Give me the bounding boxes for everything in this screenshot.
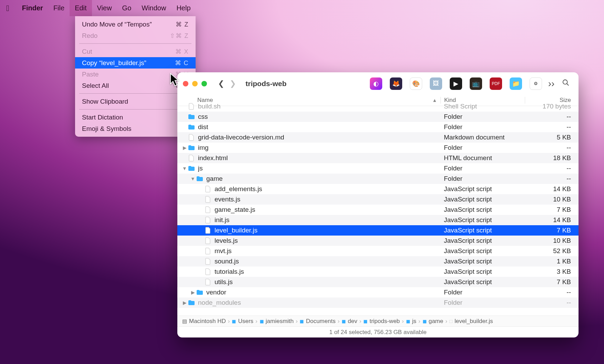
menu-edit[interactable]: Edit [70, 0, 92, 16]
folder-icon [188, 123, 195, 131]
file-kind: JavaScript script [440, 247, 525, 255]
folder-row[interactable]: ▶imgFolder-- [177, 143, 579, 153]
path-crumb[interactable]: ◼dev [342, 318, 357, 325]
path-separator-icon: › [296, 318, 298, 325]
file-size: -- [525, 144, 573, 152]
toolbar-app-app-8[interactable]: 📁 [510, 77, 522, 90]
path-crumb[interactable]: ◼game [423, 318, 444, 325]
toolbar-app-app-4[interactable]: 🖼 [430, 77, 442, 90]
file-kind: JavaScript script [440, 237, 525, 245]
folder-icon: ◼ [300, 318, 304, 324]
file-name: tutorials.js [215, 268, 440, 275]
file-row[interactable]: events.jsJavaScript script10 KB [177, 194, 579, 205]
folder-row[interactable]: ▶node_modulesFolder-- [177, 298, 579, 308]
path-crumb-label: dev [348, 318, 357, 325]
file-row[interactable]: init.jsJavaScript script14 KB [177, 215, 579, 225]
zoom-button[interactable] [201, 81, 207, 86]
toolbar-app-app-3[interactable]: 🎨 [410, 77, 422, 90]
file-row[interactable]: grid-data-livecode-version.mdMarkdown do… [177, 132, 579, 143]
menu-window[interactable]: Window [136, 0, 171, 16]
app-menu[interactable]: Finder [17, 0, 48, 16]
path-crumb[interactable]: ▤Macintosh HD [182, 318, 226, 325]
file-name: vendor [206, 289, 440, 296]
disclosure-icon[interactable]: ▼ [181, 166, 188, 171]
back-button[interactable]: ❮ [215, 78, 227, 90]
menu-view[interactable]: View [92, 0, 117, 16]
apple-menu-icon[interactable]:  [6, 3, 9, 13]
menu-file[interactable]: File [48, 0, 70, 16]
file-size: -- [525, 299, 573, 306]
menu-item-label: Cut [82, 48, 92, 55]
file-kind: JavaScript script [440, 258, 525, 265]
file-icon [204, 247, 212, 255]
file-row[interactable]: build.shShell Script170 bytes [177, 101, 579, 112]
file-row[interactable]: game_state.jsJavaScript script7 KB [177, 205, 579, 215]
file-size: 10 KB [525, 237, 573, 245]
svg-point-0 [563, 80, 567, 84]
titlebar[interactable]: ❮ ❯ tripods-web ◐🦊🎨🖼▶📺PDF📁⚙ ›› [177, 72, 579, 95]
file-size: 18 KB [525, 154, 573, 162]
path-crumb[interactable]: ◼Documents [300, 318, 335, 325]
file-kind: JavaScript script [440, 216, 525, 224]
file-size: -- [525, 113, 573, 121]
toolbar-app-app-1[interactable]: ◐ [370, 77, 382, 90]
folder-row[interactable]: ▼gameFolder-- [177, 174, 579, 184]
close-button[interactable] [183, 81, 188, 86]
path-crumb-label: jamiesmith [266, 318, 294, 325]
menubar:  Finder File Edit View Go Window Help [0, 0, 604, 16]
menu-item-label: Emoji & Symbols [82, 125, 132, 133]
file-icon [188, 154, 195, 162]
file-row[interactable]: level_builder.jsJavaScript script7 KB [177, 225, 579, 236]
file-size: -- [525, 165, 573, 172]
toolbar-app-app-2[interactable]: 🦊 [390, 77, 402, 90]
folder-row[interactable]: ▼jsFolder-- [177, 163, 579, 174]
folder-row[interactable]: ▶vendorFolder-- [177, 287, 579, 298]
disclosure-icon[interactable]: ▶ [181, 300, 188, 305]
path-crumb[interactable]: □level_builder.js [449, 318, 493, 325]
file-name: mvt.js [215, 247, 440, 255]
toolbar-app-app-7[interactable]: PDF [490, 77, 502, 90]
toolbar-app-app-9[interactable]: ⚙ [530, 77, 542, 90]
toolbar-app-app-5[interactable]: ▶ [450, 77, 462, 90]
disclosure-icon[interactable]: ▶ [181, 145, 188, 150]
file-list[interactable]: build.shShell Script170 bytescssFolder--… [177, 101, 579, 315]
file-kind: Folder [440, 113, 525, 121]
mouse-cursor-icon [170, 73, 180, 88]
menu-item[interactable]: Copy “level_builder.js”⌘ C [75, 57, 196, 69]
file-kind: JavaScript script [440, 196, 525, 203]
disclosure-icon[interactable]: ▼ [190, 176, 196, 181]
menu-help[interactable]: Help [171, 0, 196, 16]
path-separator-icon: › [337, 318, 340, 325]
file-row[interactable]: mvt.jsJavaScript script52 KB [177, 246, 579, 256]
path-crumb[interactable]: ◼Users [232, 318, 253, 325]
folder-icon: ◼ [342, 318, 346, 324]
minimize-button[interactable] [192, 81, 198, 86]
toolbar-app-app-6[interactable]: 📺 [470, 77, 482, 90]
file-kind: Folder [440, 165, 525, 172]
file-row[interactable]: add_elements.jsJavaScript script14 KB [177, 184, 579, 194]
file-name: dist [198, 123, 440, 131]
file-size: 1 KB [525, 258, 573, 265]
menu-go[interactable]: Go [117, 0, 137, 16]
file-size: 7 KB [525, 227, 573, 234]
toolbar-overflow-button[interactable]: ›› [545, 78, 557, 89]
file-row[interactable]: tutorials.jsJavaScript script3 KB [177, 267, 579, 277]
file-name: utils.js [215, 278, 440, 286]
path-crumb[interactable]: ◼tripods-web [363, 318, 400, 325]
folder-icon: ◼ [260, 318, 264, 324]
file-size: 7 KB [525, 278, 573, 286]
finder-window: ❮ ❯ tripods-web ◐🦊🎨🖼▶📺PDF📁⚙ ›› Name ▲ Ki… [177, 72, 579, 337]
menu-item[interactable]: Undo Move of “Tempos”⌘ Z [75, 19, 196, 30]
folder-row[interactable]: cssFolder-- [177, 112, 579, 122]
file-row[interactable]: sound.jsJavaScript script1 KB [177, 256, 579, 267]
file-row[interactable]: index.htmlHTML document18 KB [177, 153, 579, 163]
path-crumb[interactable]: ◼jamiesmith [260, 318, 294, 325]
folder-row[interactable]: distFolder-- [177, 122, 579, 132]
disclosure-icon[interactable]: ▶ [190, 290, 196, 295]
file-row[interactable]: utils.jsJavaScript script7 KB [177, 277, 579, 287]
file-row[interactable]: levels.jsJavaScript script10 KB [177, 236, 579, 246]
path-crumb[interactable]: ◼js [406, 318, 416, 325]
forward-button[interactable]: ❯ [227, 78, 239, 90]
menu-item: Cut⌘ X [75, 46, 196, 57]
search-button[interactable] [560, 79, 572, 89]
